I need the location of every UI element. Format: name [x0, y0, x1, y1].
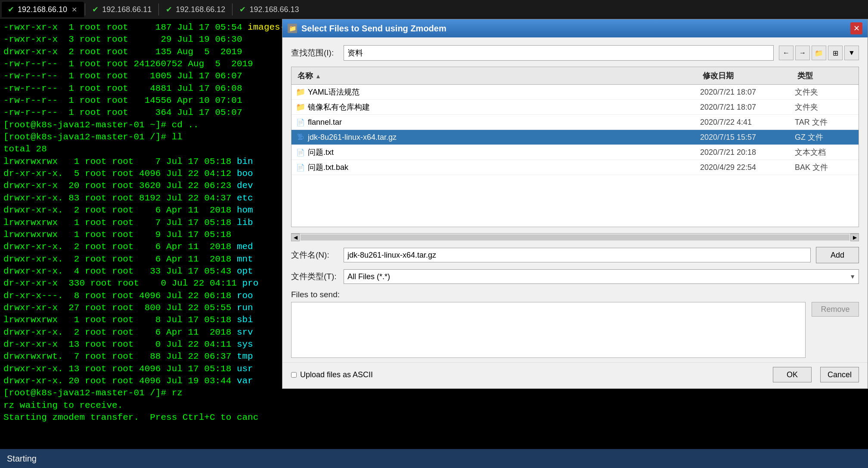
- term-line: drwxr-xr-x. 13 root root 4096 Jul 17 05:…: [3, 363, 281, 375]
- term-line: -rw-r--r-- 1 root root 4881 Jul 17 06:08: [3, 83, 281, 95]
- dialog-titlebar: 📁 Select Files to Send using Zmodem ✕: [282, 19, 868, 37]
- file-name: jdk-8u261-linux-x64.tar.gz: [306, 133, 700, 142]
- file-row[interactable]: 📄 问题.txt.bak 2020/4/29 22:54 BAK 文件: [291, 160, 859, 175]
- tab-close-icon[interactable]: ✕: [71, 6, 78, 14]
- term-line: drwxr-xr-x 27 root root 800 Jul 22 05:55…: [3, 302, 281, 314]
- col-header-type: 类型: [795, 69, 855, 83]
- term-line: -rw-r--r-- 1 root root 1005 Jul 17 06:07: [3, 70, 281, 82]
- file-icon: 📁: [295, 103, 306, 111]
- term-line: dr-xr-xr-x 13 root root 0 Jul 22 04:11 s…: [3, 339, 281, 351]
- term-line: drwxrwxrwt. 7 root root 88 Jul 22 06:37 …: [3, 351, 281, 363]
- tab-label-2: 192.168.66.11: [102, 5, 152, 14]
- file-date: 2020/4/29 22:54: [700, 163, 795, 172]
- search-range-label: 查找范围(I):: [291, 47, 338, 58]
- file-icon: 📄: [295, 148, 306, 157]
- ascii-checkbox-input[interactable]: [291, 372, 297, 378]
- nav-forward-button[interactable]: →: [795, 46, 810, 60]
- file-type: TAR 文件: [795, 117, 855, 127]
- term-line: dr-xr-xr-x 330 root root 0 Jul 22 04:11 …: [3, 277, 281, 289]
- file-list-container: 名称 ▲ 修改日期 类型 📁 YAML语法规范 2020/7/21 18:07 …: [291, 67, 859, 227]
- tab-label: 192.168.66.10: [18, 5, 67, 14]
- file-date: 2020/7/15 15:57: [700, 133, 795, 142]
- filename-row: 文件名(N): Add: [291, 247, 859, 263]
- file-icon: 📄: [295, 118, 306, 126]
- term-line: -rw-r--r-- 1 root root 14556 Apr 10 07:0…: [3, 95, 281, 107]
- tab-check-icon-2: ✔: [92, 5, 99, 14]
- file-date: 2020/7/21 18:07: [700, 88, 795, 97]
- scroll-track[interactable]: [301, 234, 849, 240]
- file-date: 2020/7/21 18:07: [700, 103, 795, 112]
- view-toggle-button[interactable]: ⊞: [828, 46, 843, 60]
- ascii-checkbox-row: Upload files as ASCII: [291, 370, 373, 379]
- file-name: 问题.txt: [306, 147, 700, 157]
- status-bar: Starting: [0, 449, 868, 468]
- file-rows: 📁 YAML语法规范 2020/7/21 18:07 文件夹 📁 镜像私有仓库构…: [291, 85, 859, 175]
- term-line: -rw-r--r-- 1 root root 364 Jul 17 05:07: [3, 107, 281, 119]
- term-line: dr-xr-x---. 8 root root 4096 Jul 22 06:1…: [3, 290, 281, 302]
- filename-input[interactable]: [344, 248, 811, 262]
- file-row[interactable]: 🗜 jdk-8u261-linux-x64.tar.gz 2020/7/15 1…: [291, 130, 859, 145]
- file-name: YAML语法规范: [306, 87, 700, 97]
- term-line: rz waiting to receive.: [3, 400, 281, 412]
- term-line: lrwxrwxrwx 1 root root 9 Jul 17 05:18: [3, 229, 281, 241]
- dialog-close-button[interactable]: ✕: [850, 22, 862, 34]
- search-range-row: 查找范围(I): 资料 ← → 📁 ⊞ ▼: [291, 45, 859, 61]
- term-line: lrwxrwxrwx 1 root root 7 Jul 17 05:18 bi…: [3, 156, 281, 168]
- files-to-send-box[interactable]: [291, 302, 806, 358]
- tab-separator-2: [158, 3, 159, 15]
- file-list-header: 名称 ▲ 修改日期 类型: [291, 67, 859, 85]
- scroll-left-button[interactable]: ◀: [291, 234, 300, 241]
- tab-separator-3: [232, 3, 232, 15]
- term-line: -rw-r--r-- 1 root root 241260752 Aug 5 2…: [3, 58, 281, 70]
- filetype-select[interactable]: All Files (*.*): [344, 269, 859, 284]
- file-date: 2020/7/21 20:18: [700, 148, 795, 157]
- view-options-button[interactable]: ▼: [844, 46, 859, 60]
- col-header-date: 修改日期: [700, 69, 795, 83]
- sort-arrow-icon: ▲: [315, 73, 321, 80]
- tab-192-168-66-11[interactable]: ✔ 192.168.66.11: [86, 2, 158, 17]
- filetype-row: 文件类型(T): All Files (*.*): [291, 269, 859, 284]
- remove-button[interactable]: Remove: [812, 302, 859, 317]
- tab-192-168-66-10[interactable]: ✔ 192.168.66.10 ✕: [2, 2, 84, 17]
- file-name: 镜像私有仓库构建: [306, 102, 700, 112]
- file-icon: 📄: [295, 163, 306, 172]
- term-line: -rwxr-xr-x 1 root root 187 Jul 17 05:54 …: [3, 22, 281, 34]
- ok-button[interactable]: OK: [773, 367, 812, 382]
- file-icon: 🗜: [295, 133, 306, 142]
- dialog-title-icon: 📁: [288, 24, 297, 33]
- tab-label-3: 192.168.66.12: [176, 5, 225, 14]
- term-line: drwxr-xr-x 2 root root 135 Aug 5 2019: [3, 46, 281, 58]
- files-to-send-area: Remove: [291, 302, 859, 358]
- file-list-scrollbar: ◀ ▶: [291, 233, 859, 241]
- term-line: [root@k8s-java12-master-01 ~]# cd ..: [3, 119, 281, 131]
- files-to-send-section: Files to send: Remove: [291, 290, 859, 358]
- tab-192-168-66-13[interactable]: ✔ 192.168.66.13: [233, 2, 305, 17]
- file-type: 文件夹: [795, 87, 855, 97]
- term-line: drwxr-xr-x. 2 root root 6 Apr 11 2018 me…: [3, 241, 281, 253]
- term-line: drwxr-xr-x. 20 root root 4096 Jul 19 03:…: [3, 375, 281, 387]
- term-line: drwxr-xr-x. 83 root root 8192 Jul 22 04:…: [3, 192, 281, 204]
- file-icon: 📁: [295, 88, 306, 96]
- file-row[interactable]: 📁 镜像私有仓库构建 2020/7/21 18:07 文件夹: [291, 100, 859, 115]
- nav-up-button[interactable]: 📁: [812, 46, 826, 60]
- nav-back-button[interactable]: ←: [779, 46, 794, 60]
- add-button[interactable]: Add: [816, 247, 859, 263]
- search-range-select[interactable]: 资料: [344, 45, 774, 61]
- file-row[interactable]: 📄 问题.txt 2020/7/21 20:18 文本文档: [291, 145, 859, 160]
- file-row[interactable]: 📄 flannel.tar 2020/7/22 4:41 TAR 文件: [291, 115, 859, 130]
- file-date: 2020/7/22 4:41: [700, 118, 795, 127]
- file-row[interactable]: 📁 YAML语法规范 2020/7/21 18:07 文件夹: [291, 85, 859, 100]
- tab-192-168-66-12[interactable]: ✔ 192.168.66.12: [160, 2, 231, 17]
- term-line: dr-xr-xr-x. 5 root root 4096 Jul 22 04:1…: [3, 168, 281, 180]
- term-line: drwxr-xr-x. 2 root root 6 Apr 11 2018 mn…: [3, 253, 281, 265]
- scroll-right-button[interactable]: ▶: [850, 234, 859, 241]
- term-line: drwxr-xr-x 20 root root 3620 Jul 22 06:2…: [3, 180, 281, 192]
- term-line: -rwxr-xr-x 3 root root 29 Jul 19 06:30: [3, 34, 281, 46]
- dialog-body: 查找范围(I): 资料 ← → 📁 ⊞ ▼ 名称 ▲ 修改日期: [282, 37, 868, 362]
- cancel-button[interactable]: Cancel: [820, 367, 859, 382]
- term-line: Starting zmodem transfer. Press Ctrl+C t…: [3, 412, 281, 424]
- filetype-label: 文件类型(T):: [291, 271, 338, 282]
- tab-label-4: 192.168.66.13: [249, 5, 299, 14]
- term-line: lrwxrwxrwx 1 root root 8 Jul 17 05:18 sb…: [3, 314, 281, 326]
- tab-check-icon: ✔: [8, 5, 14, 14]
